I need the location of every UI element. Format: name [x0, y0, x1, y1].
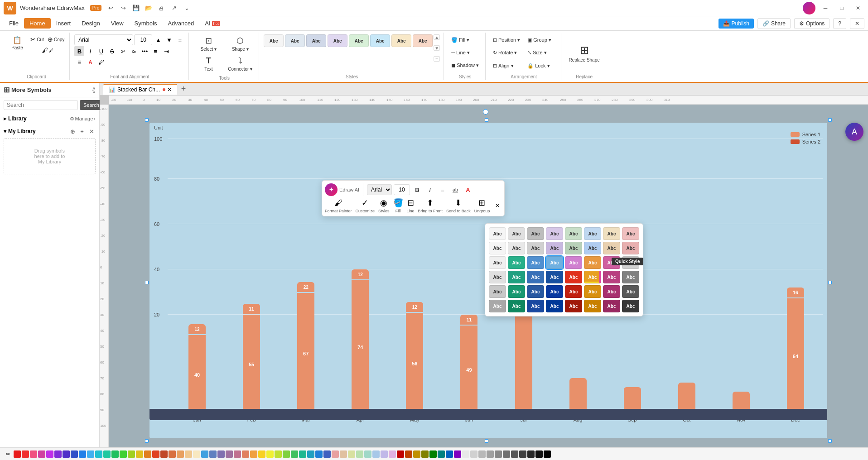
color-emerald[interactable] [291, 450, 298, 458]
add-library-item-button[interactable]: + [78, 127, 86, 135]
qs-5-4[interactable]: Abc [546, 285, 563, 298]
handle-br[interactable] [828, 439, 832, 443]
color-mauve[interactable] [226, 450, 233, 458]
color-blush[interactable] [332, 450, 339, 458]
color-dark-teal[interactable] [438, 450, 445, 458]
color-light-gray[interactable] [470, 450, 477, 458]
add-tab-button[interactable]: + [179, 85, 188, 94]
handle-tm[interactable] [485, 118, 488, 122]
indent-button[interactable]: ⇥ [161, 46, 171, 56]
new-library-button[interactable]: ⊕ [68, 127, 77, 135]
minimize-button[interactable]: ─ [819, 2, 832, 14]
ft-font-size[interactable] [394, 184, 410, 195]
qs-3-2[interactable]: Abc [508, 256, 525, 269]
font-align-button[interactable]: ≡ [175, 35, 185, 45]
shadow-button[interactable]: ◼ Shadow ▾ [448, 60, 482, 71]
style-swatch-2[interactable]: Abc [285, 34, 305, 47]
ft-send-back-button[interactable]: ⬇ Send to Back [446, 198, 471, 213]
qs-1-1[interactable]: Abc [489, 227, 506, 240]
qs-4-8[interactable]: Abc [622, 271, 639, 283]
my-library-title[interactable]: ▾ My Library [4, 128, 36, 134]
connector-tool-button[interactable]: ⤵ Connector ▾ [225, 55, 255, 73]
handle-ml[interactable] [145, 281, 149, 284]
close-button[interactable]: ✕ [852, 2, 864, 14]
styles-more-down[interactable]: ▼ [434, 45, 440, 51]
color-lavender[interactable] [217, 450, 225, 458]
menu-view[interactable]: View [106, 18, 129, 29]
handle-tr[interactable] [828, 118, 832, 122]
decrease-font-button[interactable]: ▼ [164, 35, 174, 45]
text-tool-button[interactable]: T Text [193, 55, 223, 73]
subscript-button[interactable]: x₂ [129, 46, 139, 56]
qs-6-6[interactable]: Abc [584, 300, 601, 312]
color-thistle[interactable] [389, 450, 396, 458]
ft-close-button[interactable]: ✕ [493, 201, 502, 210]
replace-shape-button[interactable]: ⊞ Replace Shape [566, 43, 602, 64]
qs-1-7[interactable]: Abc [603, 227, 620, 240]
ft-format-painter-button[interactable]: 🖌 Format Painter [325, 198, 352, 213]
qs-3-3[interactable]: Abc [527, 256, 544, 269]
color-gray7[interactable] [527, 450, 535, 458]
color-olive[interactable] [421, 450, 429, 458]
line-button[interactable]: ─ Line ▾ [448, 47, 482, 58]
qs-5-3[interactable]: Abc [527, 285, 544, 298]
format-painter-button[interactable]: 🖌 🖌 [29, 45, 66, 55]
font-family-select[interactable]: Arial [74, 34, 133, 45]
qs-6-3[interactable]: Abc [527, 300, 544, 312]
qs-1-3[interactable]: Abc [527, 227, 544, 240]
manage-button[interactable]: ⚙ Manage › [70, 116, 96, 122]
italic-button[interactable]: I [85, 46, 95, 56]
menu-ai[interactable]: AI hot [199, 18, 226, 29]
ft-bring-front-button[interactable]: ⬆ Bring to Front [418, 198, 443, 213]
position-button[interactable]: ⊞ Position ▾ [490, 34, 523, 45]
color-red2[interactable] [22, 450, 29, 458]
qs-2-7[interactable]: Abc [603, 242, 620, 254]
color-orange[interactable] [144, 450, 151, 458]
select-tool-button[interactable]: ⊡ Select ▾ [193, 34, 223, 53]
menu-symbols[interactable]: Symbols [129, 18, 163, 29]
color-powder-blue[interactable] [372, 450, 380, 458]
qs-6-4[interactable]: Abc [546, 300, 563, 312]
color-salmon[interactable] [242, 450, 249, 458]
color-sky[interactable] [201, 450, 208, 458]
bullet-list-button[interactable]: ≡ [150, 46, 160, 56]
qs-5-2[interactable]: Abc [508, 285, 525, 298]
color-teal[interactable] [103, 450, 111, 458]
style-swatch-8[interactable]: Abc [413, 34, 433, 47]
color-blue[interactable] [71, 450, 78, 458]
style-swatch-3[interactable]: Abc [306, 34, 326, 47]
qs-6-7[interactable]: Abc [603, 300, 620, 312]
font-size-input[interactable] [134, 34, 152, 45]
color-tan[interactable] [177, 450, 184, 458]
qs-5-8[interactable]: Abc [622, 285, 639, 298]
align-button[interactable]: ⊟ Align ▾ [490, 60, 523, 71]
qs-5-6[interactable]: Abc [584, 285, 601, 298]
color-seafoam[interactable] [299, 450, 306, 458]
qs-5-1[interactable]: Abc [489, 285, 506, 298]
copy-button[interactable]: ⊕ Copy [46, 34, 66, 44]
styles-more-up[interactable]: ▲ [434, 34, 440, 40]
color-chartreuse[interactable] [275, 450, 282, 458]
ft-customize-button[interactable]: ✓ Customize [356, 198, 375, 213]
ft-ungroup-button[interactable]: ⊞ Ungroup [474, 198, 490, 213]
qs-2-3[interactable]: Abc [527, 242, 544, 254]
color-indigo[interactable] [63, 450, 70, 458]
qs-2-5[interactable]: Abc [565, 242, 582, 254]
handle-tl[interactable] [145, 118, 149, 122]
qs-2-4[interactable]: Abc [546, 242, 563, 254]
handle-mr[interactable] [828, 281, 832, 284]
print-button[interactable]: 🖨 [156, 3, 167, 14]
share-button[interactable]: 🔗 Share [757, 18, 791, 29]
more-button[interactable]: ⌄ [181, 3, 192, 14]
style-swatch-1[interactable]: Abc [264, 34, 284, 47]
rotate-button[interactable]: ↻ Rotate ▾ [490, 48, 523, 58]
redo-button[interactable]: ↪ [118, 3, 129, 14]
styles-more-button[interactable]: ≡ [434, 56, 440, 62]
options-button[interactable]: ⚙ Options [794, 18, 829, 29]
color-gray2[interactable] [487, 450, 494, 458]
color-gray3[interactable] [495, 450, 502, 458]
color-cyan[interactable] [95, 450, 102, 458]
bold-button[interactable]: B [74, 46, 84, 56]
qs-3-6[interactable]: Abc [584, 256, 601, 269]
qs-1-8[interactable]: Abc [622, 227, 639, 240]
